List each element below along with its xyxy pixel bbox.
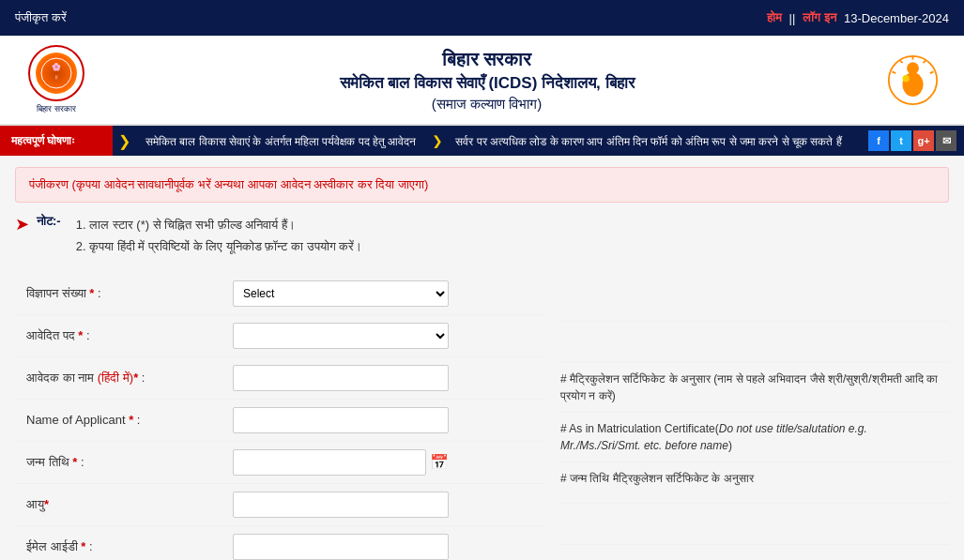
name-hindi-label: आवेदक का नाम (हिंदी में)* : (26, 371, 233, 386)
note-1: 1. लाल स्टार (*) से चिह्नित सभी फ़ील्ड अ… (76, 214, 363, 235)
notes-label: नोट:- (37, 214, 61, 229)
site-header: 🌸 ॥ बिहार सरकार बिहार सरकार समेकित बाल व… (0, 36, 964, 126)
bihar-govt-logo: 🌸 ॥ बिहार सरकार (19, 45, 94, 114)
nav-separator: || (789, 11, 796, 25)
home-link[interactable]: होम (767, 10, 782, 25)
facebook-button[interactable]: f (868, 130, 889, 151)
login-link[interactable]: लॉग इन (803, 10, 836, 25)
hint-name-english: # As in Matriculation Certificate(Do not… (560, 413, 949, 462)
email-input-area (233, 534, 449, 560)
notes-section: ➤ नोट:- 1. लाल स्टार (*) से चिह्नित सभी … (15, 214, 949, 258)
form-row-name-english: Name of Applicant * : (15, 400, 545, 442)
hint-advertisement (560, 280, 949, 322)
site-title: बिहार सरकार समेकित बाल विकास सेवाएँ (ICD… (94, 46, 880, 114)
form-row-advertisement: विज्ञापन संख्या * : Select (15, 273, 545, 315)
svg-text:॥: ॥ (54, 74, 58, 80)
icds-logo-area (880, 54, 945, 106)
form-row-email: ईमेल आईडी * : (15, 526, 545, 560)
advertisement-label: विज्ञापन संख्या * : (26, 286, 233, 301)
hint-post (560, 322, 949, 363)
hint-age (560, 504, 949, 545)
hint-dob: # जन्म तिथि मैट्रिकुलेशन सर्टिफिकेट के अ… (560, 462, 949, 504)
email-button[interactable]: ✉ (936, 130, 956, 151)
registration-header-text: पंजीकरण (कृपया आवेदन सावधानीपूर्वक भरें … (29, 177, 428, 191)
svg-text:🌸: 🌸 (52, 62, 61, 71)
age-label: आयु* (26, 497, 233, 512)
top-right-nav: होम || लॉग इन 13-December-2024 (767, 10, 949, 25)
date-input-wrap: 📅 (233, 449, 449, 476)
svg-line-10 (899, 60, 902, 63)
current-date: 13-December-2024 (844, 11, 949, 25)
name-hindi-input-area (233, 365, 449, 391)
post-select[interactable] (233, 323, 449, 349)
social-links: f t g+ ✉ (868, 130, 964, 151)
ticker-bar: महत्वपूर्ण घोषणाः ❯ समेकित बाल विकास सेव… (0, 126, 964, 156)
name-hindi-input[interactable] (233, 365, 449, 391)
post-label: आवेदित पद * : (26, 328, 233, 343)
dob-label: जन्म तिथि * : (26, 455, 233, 470)
ticker-message: समेकित बाल विकास सेवाएं के अंतर्गत महिला… (136, 133, 868, 148)
form-row-age: आयु* (15, 484, 545, 526)
title-line2: समेकित बाल विकास सेवाएँ (ICDS) निदेशालय,… (94, 72, 880, 95)
gplus-button[interactable]: g+ (913, 130, 934, 151)
logo-circle: 🌸 ॥ (28, 45, 84, 101)
ticker-label: महत्वपूर्ण घोषणाः (0, 126, 113, 156)
hindi-hint: (हिंदी में) (98, 371, 133, 385)
form-row-post: आवेदित पद * : (15, 315, 545, 357)
age-input[interactable] (233, 492, 449, 518)
name-english-input[interactable] (233, 407, 449, 433)
icds-icon (887, 54, 939, 106)
top-navigation: पंजीकृत करें होम || लॉग इन 13-December-2… (0, 0, 964, 36)
email-input[interactable] (233, 534, 449, 560)
dob-input[interactable] (233, 449, 426, 476)
main-content: पंजीकरण (कृपया आवेदन सावधानीपूर्वक भरें … (0, 156, 964, 560)
required-star-2: * (78, 328, 83, 342)
age-input-area (233, 492, 449, 518)
arrow-icon: ➤ (15, 214, 29, 235)
advertisement-select[interactable]: Select (233, 280, 449, 307)
hint-name-hindi: # मैट्रिकुलेशन सर्टिफिकेट के अनुसार (नाम… (560, 363, 949, 413)
svg-point-4 (907, 62, 919, 74)
registration-header: पंजीकरण (कृपया आवेदन सावधानीपूर्वक भरें … (15, 167, 949, 203)
form-container: विज्ञापन संख्या * : Select आवेदित पद * : (15, 273, 949, 560)
ticker-arrow1: ❯ (113, 132, 136, 150)
note-2: 2. कृपया हिंदी में प्रविष्टियों के लिए य… (76, 235, 363, 257)
post-input-area (233, 323, 449, 349)
title-line3: (समाज कल्याण विभाग) (94, 94, 880, 114)
svg-point-6 (902, 75, 909, 82)
logo-label: बिहार सरकार (37, 104, 76, 114)
register-label[interactable]: पंजीकृत करें (15, 10, 67, 24)
required-star: * (89, 286, 94, 300)
svg-line-11 (892, 71, 895, 73)
hints-column: # मैट्रिकुलेशन सर्टिफिकेट के अनुसार (नाम… (545, 273, 949, 560)
hint-email (560, 545, 949, 560)
form-row-dob: जन्म तिथि * : 📅 (15, 442, 545, 484)
logo-emblem: 🌸 ॥ (36, 53, 77, 94)
form-row-name-hindi: आवेदक का नाम (हिंदी में)* : (15, 357, 545, 400)
twitter-button[interactable]: t (891, 130, 911, 151)
title-line1: बिहार सरकार (94, 46, 880, 72)
advertisement-input-area: Select (233, 280, 449, 307)
svg-line-9 (929, 71, 933, 73)
calendar-icon[interactable]: 📅 (430, 453, 449, 471)
name-english-input-area (233, 407, 449, 433)
svg-line-8 (923, 60, 926, 63)
email-label: ईमेल आईडी * : (26, 539, 233, 554)
dob-input-area: 📅 (233, 449, 449, 476)
register-area[interactable]: पंजीकृत करें (15, 10, 67, 25)
name-english-label: Name of Applicant * : (26, 413, 233, 427)
form-left-column: विज्ञापन संख्या * : Select आवेदित पद * : (15, 273, 545, 560)
notes-list: 1. लाल स्टार (*) से चिह्नित सभी फ़ील्ड अ… (76, 214, 363, 258)
